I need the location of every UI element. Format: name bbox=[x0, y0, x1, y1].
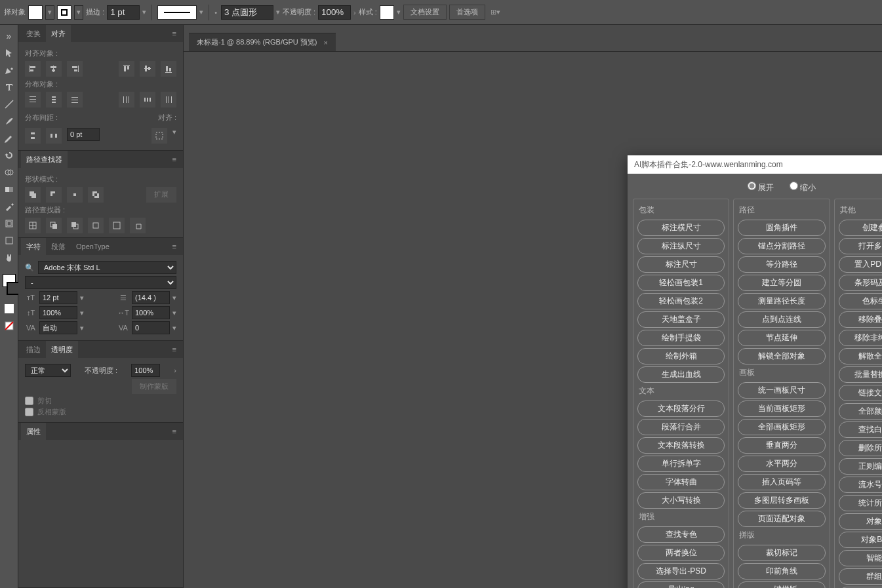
collapse-radio[interactable]: 缩小 bbox=[790, 183, 816, 192]
font-style-select[interactable]: - bbox=[25, 276, 176, 289]
fill-swatch[interactable] bbox=[28, 5, 43, 20]
align-top-icon[interactable] bbox=[119, 61, 134, 77]
script-button[interactable]: 绘制手提袋 bbox=[637, 330, 725, 346]
script-button[interactable]: 字体转曲 bbox=[637, 474, 725, 490]
dist-vspace-icon[interactable] bbox=[25, 128, 41, 144]
stroke-dropdown[interactable]: ▾ bbox=[74, 5, 83, 20]
script-button[interactable]: 两者换位 bbox=[637, 545, 725, 561]
script-button[interactable]: 生成出血线 bbox=[637, 366, 725, 383]
script-button[interactable]: 印前角线 bbox=[738, 563, 825, 579]
opacity-input[interactable] bbox=[318, 5, 351, 20]
canvas[interactable]: AI脚本插件合集-2.0-www.wenlanming.com × 展开 缩小 … bbox=[184, 51, 882, 588]
script-button[interactable]: 统计所选对象 bbox=[839, 495, 882, 511]
expand-radio[interactable]: 展开 bbox=[748, 183, 774, 192]
opacity-dropdown[interactable]: › bbox=[353, 9, 356, 16]
dist-bottom-icon[interactable] bbox=[67, 92, 83, 108]
fill-dropdown[interactable]: ▾ bbox=[45, 5, 54, 20]
eyedropper-tool[interactable] bbox=[1, 199, 17, 214]
script-button[interactable]: 建立等分圆 bbox=[738, 275, 825, 291]
artboard-tool[interactable] bbox=[1, 233, 17, 248]
tab-align[interactable]: 对齐 bbox=[46, 25, 71, 42]
align-to-selection-icon[interactable] bbox=[151, 128, 167, 144]
unite-icon[interactable] bbox=[25, 187, 41, 203]
script-button[interactable]: 天地盖盒子 bbox=[637, 311, 725, 328]
style-dropdown[interactable]: ▾ bbox=[397, 8, 401, 16]
script-button[interactable]: 多图层转多画板 bbox=[738, 492, 825, 509]
script-button[interactable]: 条形码及二维码 bbox=[839, 275, 882, 291]
dist-left-icon[interactable] bbox=[119, 92, 134, 108]
dist-right-icon[interactable] bbox=[161, 92, 176, 108]
script-button[interactable]: 批量替换链接图 bbox=[839, 366, 882, 383]
align-left-icon[interactable] bbox=[25, 61, 41, 77]
script-button[interactable]: 文本段落转换 bbox=[637, 437, 725, 454]
script-button[interactable]: 绘制外箱 bbox=[637, 348, 725, 364]
script-button[interactable]: 单行拆单字 bbox=[637, 456, 725, 472]
minus-front-icon[interactable] bbox=[46, 187, 62, 203]
expand-icon[interactable]: » bbox=[1, 28, 17, 44]
script-button[interactable]: 查找白色叠印 bbox=[839, 421, 882, 438]
script-button[interactable]: 打开多页PDF bbox=[839, 238, 882, 254]
tab-pathfinder[interactable]: 路径查找器 bbox=[21, 151, 68, 168]
blend-mode-select[interactable]: 正常 bbox=[25, 364, 71, 377]
tracking-input[interactable] bbox=[132, 321, 170, 334]
script-button[interactable]: 流水号生成器 bbox=[839, 477, 882, 493]
close-icon[interactable]: × bbox=[324, 39, 328, 47]
align-bottom-icon[interactable] bbox=[161, 61, 176, 77]
style-swatch[interactable] bbox=[380, 5, 394, 20]
script-button[interactable]: 解散全部群组 bbox=[839, 348, 882, 364]
script-button[interactable]: 智能群组 bbox=[839, 550, 882, 566]
dist-hcenter-icon[interactable] bbox=[140, 92, 155, 108]
script-button[interactable]: 裁切标记 bbox=[738, 545, 825, 561]
document-tab[interactable]: 未标题-1 @ 88.89% (RGB/GPU 预览) × bbox=[189, 33, 336, 51]
script-button[interactable]: 当前画板矩形 bbox=[738, 401, 825, 417]
color-mode-icon[interactable] bbox=[1, 301, 17, 317]
script-button[interactable]: 解锁全部对象 bbox=[738, 348, 825, 364]
hscale-input[interactable] bbox=[132, 306, 170, 319]
script-button[interactable]: 创建参考线 bbox=[839, 220, 882, 236]
pen-tool[interactable] bbox=[1, 62, 17, 78]
script-button[interactable]: 对象替换 bbox=[839, 513, 882, 530]
gradient-tool[interactable] bbox=[1, 182, 17, 197]
font-family-select[interactable]: Adobe 宋体 Std L bbox=[38, 261, 176, 274]
spacing-input[interactable] bbox=[67, 128, 100, 141]
line-tool[interactable] bbox=[1, 96, 17, 112]
script-button[interactable]: 置入PDF多页面 bbox=[839, 256, 882, 273]
script-button[interactable]: 全部颜色转黑 bbox=[839, 403, 882, 420]
tab-paragraph[interactable]: 段落 bbox=[46, 238, 71, 255]
script-button[interactable]: 圆角插件 bbox=[738, 220, 825, 236]
stroke-weight-input[interactable] bbox=[107, 5, 140, 20]
tab-stroke[interactable]: 描边 bbox=[21, 341, 46, 358]
script-button[interactable]: 垂直两分 bbox=[738, 437, 825, 454]
dash-input[interactable] bbox=[221, 5, 273, 20]
none-color-icon[interactable] bbox=[1, 318, 17, 334]
script-button[interactable]: 一键拼版 bbox=[738, 581, 825, 588]
script-button[interactable]: 导出jpg bbox=[637, 581, 725, 588]
script-button[interactable]: 节点延伸 bbox=[738, 330, 825, 346]
tab-character[interactable]: 字符 bbox=[21, 238, 46, 255]
script-button[interactable]: 水平两分 bbox=[738, 456, 825, 472]
script-button[interactable]: 大小写转换 bbox=[637, 492, 725, 509]
align-to-dropdown[interactable]: ▾ bbox=[172, 128, 176, 144]
brush-tool[interactable] bbox=[1, 113, 17, 129]
minus-back-icon[interactable] bbox=[130, 218, 146, 233]
script-button[interactable]: 轻松画包装1 bbox=[637, 275, 725, 291]
kerning-input[interactable] bbox=[39, 321, 77, 334]
script-button[interactable]: 群组拼版 bbox=[839, 568, 882, 585]
brush-dropdown[interactable]: ▾ bbox=[199, 8, 203, 16]
dist-hspace-icon[interactable] bbox=[46, 128, 62, 144]
script-button[interactable]: 标注纵尺寸 bbox=[637, 238, 725, 254]
crop-icon[interactable] bbox=[88, 218, 104, 233]
intersect-icon[interactable] bbox=[67, 187, 83, 203]
preferences-button[interactable]: 首选项 bbox=[449, 5, 485, 20]
align-vcenter-icon[interactable] bbox=[140, 61, 155, 77]
script-button[interactable]: 正则编辑文本 bbox=[839, 458, 882, 475]
stroke-weight-stepper[interactable]: ▾ bbox=[142, 8, 146, 16]
symbol-tool[interactable] bbox=[1, 216, 17, 231]
vscale-input[interactable] bbox=[39, 306, 77, 319]
script-button[interactable]: 链接文件打包 bbox=[839, 385, 882, 401]
script-button[interactable]: 段落行合并 bbox=[637, 419, 725, 435]
pencil-tool[interactable] bbox=[1, 130, 17, 146]
script-button[interactable]: 色标生成器 bbox=[839, 293, 882, 309]
script-button[interactable]: 移除叠印属性 bbox=[839, 311, 882, 328]
leading-input[interactable] bbox=[132, 291, 170, 304]
